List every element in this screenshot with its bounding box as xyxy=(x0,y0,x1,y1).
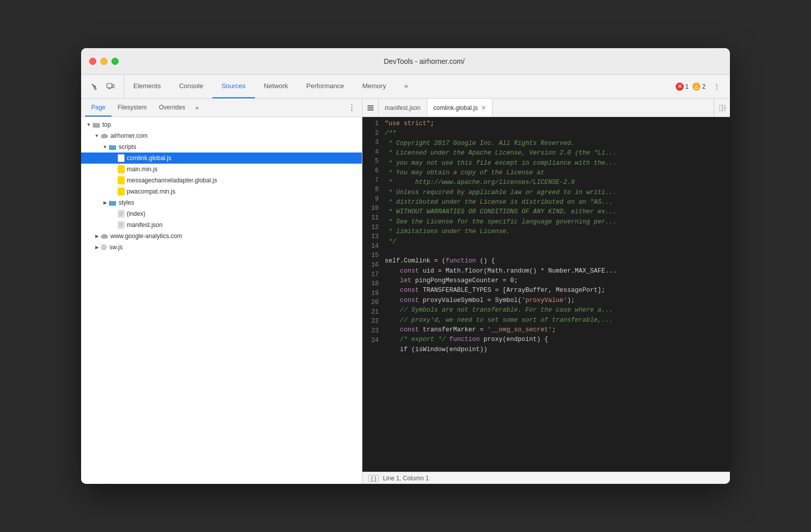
tree-label-index: (index) xyxy=(127,210,145,217)
tree-item-sw[interactable]: ▶ sw.js xyxy=(81,242,362,253)
gear-icon-sw xyxy=(100,244,107,251)
arrow-scripts: ▼ xyxy=(101,143,108,150)
sidebar-tab-more[interactable]: » xyxy=(191,104,203,111)
svg-rect-4 xyxy=(93,123,100,128)
folder-icon-styles xyxy=(108,199,117,207)
code-editor-inner: 1 2 3 4 5 6 7 8 9 10 11 12 13 14 xyxy=(362,117,730,472)
code-line-1: "use strict"; xyxy=(385,119,726,129)
sidebar-tab-filesystem[interactable]: Filesystem xyxy=(112,99,153,117)
svg-rect-24 xyxy=(367,105,374,106)
svg-rect-9 xyxy=(109,145,116,150)
tree-label-main: main.min.js xyxy=(127,166,158,173)
svg-rect-26 xyxy=(367,109,374,110)
tab-elements[interactable]: Elements xyxy=(124,74,170,98)
file-tree: ▼ top ▼ xyxy=(81,117,362,484)
code-collapse-icon[interactable] xyxy=(714,99,730,117)
code-panel: manifest.json comlink.global.js ✕ 1 2 3 xyxy=(362,99,730,484)
code-line-10: * WITHOUT WARRANTIES OR CONDITIONS OF AN… xyxy=(385,207,726,217)
device-icon[interactable] xyxy=(103,80,118,94)
svg-rect-1 xyxy=(112,85,114,88)
code-editor[interactable]: 1 2 3 4 5 6 7 8 9 10 11 12 13 14 xyxy=(362,117,730,472)
arrow-index xyxy=(110,210,118,217)
folder-icon-scripts xyxy=(108,143,117,151)
tab-console[interactable]: Console xyxy=(170,74,212,98)
code-line-15: self.Comlink = (function () { xyxy=(385,256,726,266)
code-line-18: const TRANSFERABLE_TYPES = [ArrayBuffer,… xyxy=(385,286,726,295)
sidebar-tab-overrides[interactable]: Overrides xyxy=(153,99,191,117)
error-icon: ✕ xyxy=(676,83,684,91)
code-tab-close-icon[interactable]: ✕ xyxy=(481,105,486,111)
tree-item-ga[interactable]: ▶ www.google-analytics.com xyxy=(81,231,362,242)
tree-label-top: top xyxy=(102,121,111,128)
code-line-14 xyxy=(385,247,726,256)
window-title: DevTools - airhorner.com/ xyxy=(127,57,722,65)
tree-label-sw: sw.js xyxy=(109,244,123,251)
cloud-icon-ga xyxy=(100,233,108,239)
close-button[interactable] xyxy=(89,58,96,65)
code-line-2: /** xyxy=(385,129,726,138)
code-tab-manifest[interactable]: manifest.json xyxy=(379,99,427,117)
code-line-21: // proxy'd, we need to set some sort of … xyxy=(385,316,726,325)
tree-item-manifest[interactable]: manifest.json xyxy=(81,219,362,231)
arrow-comlink xyxy=(110,155,118,162)
svg-rect-25 xyxy=(367,107,374,108)
tree-item-styles[interactable]: ▶ styles xyxy=(81,197,362,208)
main-tabs: Elements Console Sources Network Perform… xyxy=(124,74,670,98)
code-line-4: * Licensed under the Apache License, Ver… xyxy=(385,148,726,158)
tree-item-main[interactable]: main.min.js xyxy=(81,164,362,175)
warning-count: △ 2 xyxy=(692,83,706,91)
format-button[interactable]: { } xyxy=(368,475,379,482)
code-tab-manifest-label: manifest.json xyxy=(385,104,421,111)
code-line-17: let pingPongMessageCounter = 0; xyxy=(385,276,726,286)
tree-item-pwacompat[interactable]: pwacompat.min.js xyxy=(81,186,362,197)
maximize-button[interactable] xyxy=(112,58,119,65)
cursor-position: Line 1, Column 1 xyxy=(383,475,429,482)
tree-item-scripts[interactable]: ▼ scripts xyxy=(81,141,362,153)
tab-more[interactable]: » xyxy=(395,74,417,98)
tree-label-manifest: manifest.json xyxy=(127,221,163,229)
code-line-7: * http://www.apache.org/licenses/LICENSE… xyxy=(385,178,726,187)
more-options-icon[interactable]: ⋮ xyxy=(710,80,724,94)
tab-sources[interactable]: Sources xyxy=(212,74,255,98)
tab-memory[interactable]: Memory xyxy=(353,74,395,98)
error-count: ✕ 1 xyxy=(676,83,689,91)
sidebar-tab-bar: Page Filesystem Overrides » ⋮ xyxy=(81,99,362,117)
code-line-5: * you may not use this file except in co… xyxy=(385,159,726,168)
sidebar-options-icon[interactable]: ⋮ xyxy=(346,103,358,112)
code-line-9: * distributed under the License is distr… xyxy=(385,198,726,207)
code-line-23: /* export */ function proxy(endpoint) { xyxy=(385,335,726,345)
tree-item-messageadapter[interactable]: messagechanneladapter.global.js xyxy=(81,175,362,186)
inspect-icon[interactable] xyxy=(87,80,101,94)
tree-item-top[interactable]: ▼ top xyxy=(81,119,362,130)
main-content: Page Filesystem Overrides » ⋮ ▼ xyxy=(81,99,730,484)
tree-label-styles: styles xyxy=(119,199,134,206)
tab-performance[interactable]: Performance xyxy=(297,74,353,98)
code-line-12: * limitations under the License. xyxy=(385,227,726,237)
svg-point-23 xyxy=(103,246,105,249)
tree-label-airhorner: airhorner.com xyxy=(110,132,148,139)
title-bar: DevTools - airhorner.com/ xyxy=(81,48,730,74)
tab-toggle-icon[interactable] xyxy=(362,99,379,117)
svg-rect-8 xyxy=(101,136,107,138)
devtools-icons xyxy=(81,74,124,98)
svg-rect-0 xyxy=(107,84,112,88)
main-tab-bar: Elements Console Sources Network Perform… xyxy=(81,74,730,99)
minimize-button[interactable] xyxy=(100,58,107,65)
tree-item-comlink[interactable]: comlink.global.js xyxy=(81,153,362,164)
folder-icon-top xyxy=(92,121,100,129)
code-line-16: const uid = Math.floor(Math.random() * N… xyxy=(385,267,726,276)
status-bar: { } Line 1, Column 1 xyxy=(362,472,730,484)
code-line-19: const proxyValueSymbol = Symbol('proxyVa… xyxy=(385,296,726,306)
tree-item-index[interactable]: (index) xyxy=(81,208,362,219)
sidebar-tab-page[interactable]: Page xyxy=(85,99,112,117)
line-numbers: 1 2 3 4 5 6 7 8 9 10 11 12 13 14 xyxy=(362,117,383,472)
code-tab-comlink-label: comlink.global.js xyxy=(433,104,478,111)
tab-network[interactable]: Network xyxy=(255,74,298,98)
arrow-top: ▼ xyxy=(85,121,92,128)
code-tab-comlink[interactable]: comlink.global.js ✕ xyxy=(427,99,493,117)
code-content: "use strict"; /** * Copyright 2017 Googl… xyxy=(383,117,730,472)
tree-item-airhorner[interactable]: ▼ airhorner.com xyxy=(81,130,362,141)
svg-rect-22 xyxy=(101,237,107,238)
svg-rect-10 xyxy=(109,201,116,206)
traffic-lights xyxy=(89,58,119,65)
